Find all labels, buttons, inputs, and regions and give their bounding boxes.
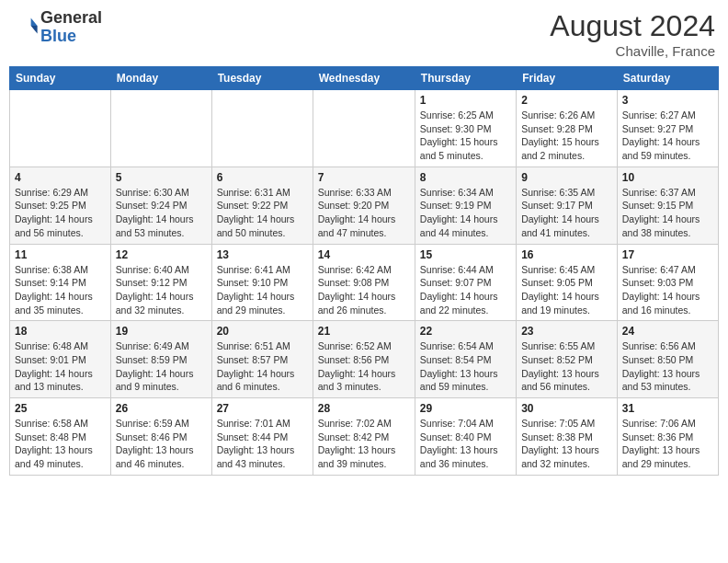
day-info: Sunrise: 6:26 AM Sunset: 9:28 PM Dayligh… <box>521 109 612 163</box>
day-info: Sunrise: 6:38 AM Sunset: 9:14 PM Dayligh… <box>15 263 106 317</box>
day-info: Sunrise: 6:45 AM Sunset: 9:05 PM Dayligh… <box>521 263 612 317</box>
calendar-week-row: 1Sunrise: 6:25 AM Sunset: 9:30 PM Daylig… <box>10 90 719 167</box>
day-info: Sunrise: 6:59 AM Sunset: 8:46 PM Dayligh… <box>116 417 207 471</box>
day-number: 10 <box>622 171 713 184</box>
day-number: 3 <box>622 94 713 107</box>
day-info: Sunrise: 6:44 AM Sunset: 9:07 PM Dayligh… <box>420 263 511 317</box>
calendar-header-row: SundayMondayTuesdayWednesdayThursdayFrid… <box>10 67 719 90</box>
calendar-cell: 22Sunrise: 6:54 AM Sunset: 8:54 PM Dayli… <box>415 321 516 398</box>
calendar-cell: 14Sunrise: 6:42 AM Sunset: 9:08 PM Dayli… <box>313 244 415 321</box>
calendar-cell: 13Sunrise: 6:41 AM Sunset: 9:10 PM Dayli… <box>211 244 313 321</box>
day-info: Sunrise: 6:37 AM Sunset: 9:15 PM Dayligh… <box>622 186 713 240</box>
calendar-cell <box>110 90 211 167</box>
calendar-cell: 9Sunrise: 6:35 AM Sunset: 9:17 PM Daylig… <box>517 167 618 244</box>
day-number: 29 <box>420 402 511 415</box>
calendar-cell: 21Sunrise: 6:52 AM Sunset: 8:56 PM Dayli… <box>313 321 415 398</box>
day-number: 27 <box>217 402 308 415</box>
calendar-cell: 24Sunrise: 6:56 AM Sunset: 8:50 PM Dayli… <box>617 321 718 398</box>
calendar-week-row: 11Sunrise: 6:38 AM Sunset: 9:14 PM Dayli… <box>10 244 719 321</box>
day-number: 4 <box>15 171 106 184</box>
day-number: 15 <box>420 248 511 261</box>
calendar-cell: 27Sunrise: 7:01 AM Sunset: 8:44 PM Dayli… <box>211 398 313 476</box>
title-block: August 2024 Chaville, France <box>550 9 715 59</box>
day-info: Sunrise: 6:34 AM Sunset: 9:19 PM Dayligh… <box>420 186 511 240</box>
calendar-cell: 2Sunrise: 6:26 AM Sunset: 9:28 PM Daylig… <box>517 90 618 167</box>
day-number: 20 <box>217 325 308 338</box>
calendar-cell: 29Sunrise: 7:04 AM Sunset: 8:40 PM Dayli… <box>415 398 516 476</box>
calendar-week-row: 18Sunrise: 6:48 AM Sunset: 9:01 PM Dayli… <box>10 321 719 398</box>
day-info: Sunrise: 6:31 AM Sunset: 9:22 PM Dayligh… <box>217 186 308 240</box>
day-info: Sunrise: 6:55 AM Sunset: 8:52 PM Dayligh… <box>521 339 612 394</box>
calendar-week-row: 4Sunrise: 6:29 AM Sunset: 9:25 PM Daylig… <box>10 167 719 244</box>
calendar-cell: 15Sunrise: 6:44 AM Sunset: 9:07 PM Dayli… <box>415 244 516 321</box>
calendar-cell: 10Sunrise: 6:37 AM Sunset: 9:15 PM Dayli… <box>617 167 718 244</box>
day-info: Sunrise: 6:25 AM Sunset: 9:30 PM Dayligh… <box>420 109 511 163</box>
day-number: 5 <box>116 171 207 184</box>
calendar-cell <box>10 90 111 167</box>
calendar-cell: 4Sunrise: 6:29 AM Sunset: 9:25 PM Daylig… <box>10 167 111 244</box>
day-number: 17 <box>622 248 713 261</box>
day-info: Sunrise: 7:01 AM Sunset: 8:44 PM Dayligh… <box>217 417 308 471</box>
location: Chaville, France <box>550 43 715 59</box>
day-info: Sunrise: 6:51 AM Sunset: 8:57 PM Dayligh… <box>217 339 308 394</box>
day-info: Sunrise: 6:56 AM Sunset: 8:50 PM Dayligh… <box>622 339 713 394</box>
calendar-cell: 17Sunrise: 6:47 AM Sunset: 9:03 PM Dayli… <box>617 244 718 321</box>
calendar-cell: 12Sunrise: 6:40 AM Sunset: 9:12 PM Dayli… <box>110 244 211 321</box>
calendar-cell: 5Sunrise: 6:30 AM Sunset: 9:24 PM Daylig… <box>110 167 211 244</box>
svg-marker-1 <box>31 26 38 33</box>
calendar-cell: 8Sunrise: 6:34 AM Sunset: 9:19 PM Daylig… <box>415 167 516 244</box>
calendar-cell: 16Sunrise: 6:45 AM Sunset: 9:05 PM Dayli… <box>517 244 618 321</box>
day-info: Sunrise: 6:40 AM Sunset: 9:12 PM Dayligh… <box>116 263 207 317</box>
day-info: Sunrise: 7:04 AM Sunset: 8:40 PM Dayligh… <box>420 417 511 471</box>
calendar-cell: 19Sunrise: 6:49 AM Sunset: 8:59 PM Dayli… <box>110 321 211 398</box>
day-number: 22 <box>420 325 511 338</box>
day-number: 14 <box>318 248 410 261</box>
day-info: Sunrise: 6:29 AM Sunset: 9:25 PM Dayligh… <box>15 186 106 240</box>
calendar-cell: 31Sunrise: 7:06 AM Sunset: 8:36 PM Dayli… <box>617 398 718 476</box>
day-info: Sunrise: 7:06 AM Sunset: 8:36 PM Dayligh… <box>622 417 713 471</box>
weekday-header: Wednesday <box>313 67 415 90</box>
day-number: 12 <box>116 248 207 261</box>
day-number: 25 <box>15 402 106 415</box>
calendar-week-row: 25Sunrise: 6:58 AM Sunset: 8:48 PM Dayli… <box>10 398 719 476</box>
day-info: Sunrise: 6:54 AM Sunset: 8:54 PM Dayligh… <box>420 339 511 394</box>
day-info: Sunrise: 6:48 AM Sunset: 9:01 PM Dayligh… <box>15 339 106 394</box>
calendar-cell <box>313 90 415 167</box>
day-info: Sunrise: 6:47 AM Sunset: 9:03 PM Dayligh… <box>622 263 713 317</box>
page-header: General Blue August 2024 Chaville, Franc… <box>9 9 719 59</box>
day-info: Sunrise: 6:52 AM Sunset: 8:56 PM Dayligh… <box>318 339 410 394</box>
day-number: 24 <box>622 325 713 338</box>
day-number: 18 <box>15 325 106 338</box>
day-info: Sunrise: 6:41 AM Sunset: 9:10 PM Dayligh… <box>217 263 308 317</box>
day-number: 11 <box>15 248 106 261</box>
logo-text: General Blue <box>40 9 102 46</box>
calendar-cell: 20Sunrise: 6:51 AM Sunset: 8:57 PM Dayli… <box>211 321 313 398</box>
day-number: 9 <box>521 171 612 184</box>
day-info: Sunrise: 7:05 AM Sunset: 8:38 PM Dayligh… <box>521 417 612 471</box>
day-number: 28 <box>318 402 410 415</box>
logo: General Blue <box>13 9 102 46</box>
day-info: Sunrise: 7:02 AM Sunset: 8:42 PM Dayligh… <box>318 417 410 471</box>
day-info: Sunrise: 6:42 AM Sunset: 9:08 PM Dayligh… <box>318 263 410 317</box>
calendar-cell: 7Sunrise: 6:33 AM Sunset: 9:20 PM Daylig… <box>313 167 415 244</box>
day-number: 23 <box>521 325 612 338</box>
calendar-cell: 26Sunrise: 6:59 AM Sunset: 8:46 PM Dayli… <box>110 398 211 476</box>
day-number: 2 <box>521 94 612 107</box>
day-info: Sunrise: 6:49 AM Sunset: 8:59 PM Dayligh… <box>116 339 207 394</box>
day-info: Sunrise: 6:35 AM Sunset: 9:17 PM Dayligh… <box>521 186 612 240</box>
day-number: 21 <box>318 325 410 338</box>
day-number: 6 <box>217 171 308 184</box>
day-number: 16 <box>521 248 612 261</box>
day-number: 30 <box>521 402 612 415</box>
calendar-cell: 6Sunrise: 6:31 AM Sunset: 9:22 PM Daylig… <box>211 167 313 244</box>
calendar-cell: 30Sunrise: 7:05 AM Sunset: 8:38 PM Dayli… <box>517 398 618 476</box>
calendar-cell: 28Sunrise: 7:02 AM Sunset: 8:42 PM Dayli… <box>313 398 415 476</box>
day-info: Sunrise: 6:27 AM Sunset: 9:27 PM Dayligh… <box>622 109 713 163</box>
weekday-header: Saturday <box>617 67 718 90</box>
day-number: 31 <box>622 402 713 415</box>
logo-icon <box>13 13 39 39</box>
weekday-header: Friday <box>517 67 618 90</box>
month-year: August 2024 <box>550 9 715 43</box>
calendar-cell: 3Sunrise: 6:27 AM Sunset: 9:27 PM Daylig… <box>617 90 718 167</box>
calendar-cell: 11Sunrise: 6:38 AM Sunset: 9:14 PM Dayli… <box>10 244 111 321</box>
